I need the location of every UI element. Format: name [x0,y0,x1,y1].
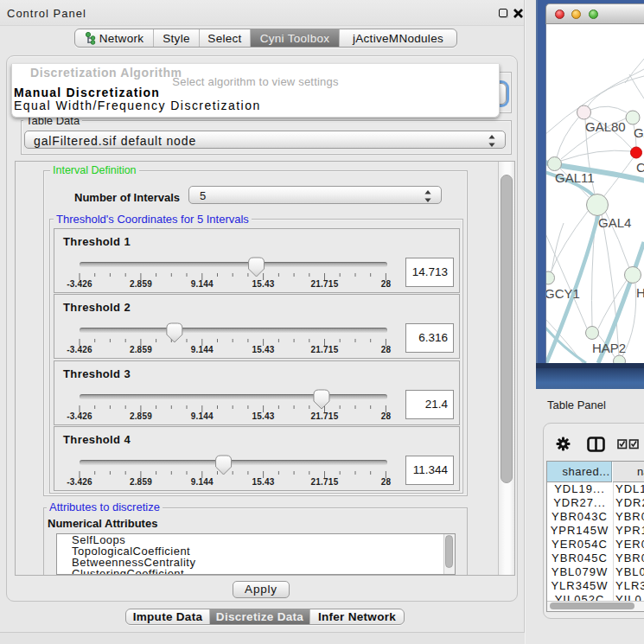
svg-text:GA: GA [634,125,644,140]
svg-text:GAL4: GAL4 [598,215,631,230]
svg-text:GCY1: GCY1 [546,286,580,301]
svg-text:GAL80: GAL80 [585,119,626,134]
svg-text:H: H [636,285,644,300]
svg-text:GAL11: GAL11 [555,170,595,185]
svg-text:C: C [636,160,644,175]
svg-text:HAP2: HAP2 [592,341,626,355]
